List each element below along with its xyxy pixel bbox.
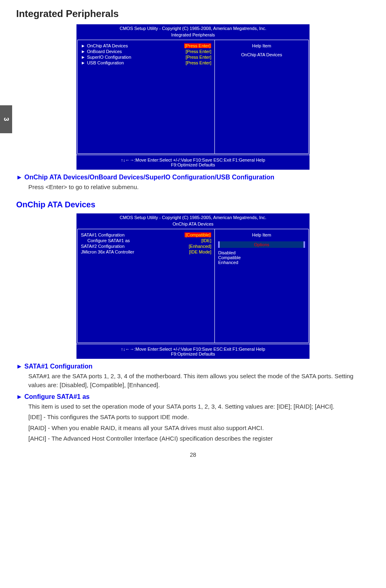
page-title: Integrated Peripherals xyxy=(16,8,370,19)
section-body: [AHCI] - The Advanced Host Controller In… xyxy=(28,434,370,443)
bios-title: CMOS Setup Utility - Copyright (C) 1985-… xyxy=(76,213,310,222)
bios-shortcut-line1: ↑↓←→:Move Enter:Select +/-/:Value F10:Sa… xyxy=(79,347,307,352)
section-body: SATA#1 are the SATA ports 1, 2, 3, 4 of … xyxy=(28,372,370,390)
option-item: Compatible xyxy=(218,255,305,260)
submenu-arrow-icon: ► xyxy=(81,60,85,65)
bios-footer: ↑↓←→:Move Enter:Select +/-/:Value F10:Sa… xyxy=(76,155,310,170)
menu-label: SuperIO Configuration xyxy=(87,55,131,60)
bios-menu-item: SATA#2 Configuration[Enhanced] xyxy=(81,244,211,249)
menu-value: [IDE] xyxy=(193,238,211,243)
bios-menu-list: SATA#1 Configuration[Compatible] Configu… xyxy=(78,229,215,343)
menu-label: OnChip ATA Devices xyxy=(87,43,128,48)
menu-value-highlighted: [Compatible] xyxy=(185,232,211,237)
menu-label: SATA#2 Configuration xyxy=(81,244,125,249)
bios-help-panel: Help Item Options Disabled Compatible En… xyxy=(215,229,308,343)
bios-menu-item: JMicron 36x ATA Controller[IDE Mode] xyxy=(81,249,211,254)
bios-footer: ↑↓←→:Move Enter:Select +/-/:Value F10:Sa… xyxy=(76,344,310,359)
bios-title: CMOS Setup Utility - Copyright (C) 1985-… xyxy=(76,24,310,32)
help-title: Help Item xyxy=(218,43,305,48)
section-body: Press <Enter> to go to relative submenu. xyxy=(28,183,370,192)
submenu-arrow-icon: ► xyxy=(81,55,85,60)
menu-label: SATA#1 Configuration xyxy=(81,232,125,237)
menu-value: [IDE Mode] xyxy=(181,249,211,254)
bios-subtitle: Integrated Peripherals xyxy=(76,32,310,39)
menu-label: Configure SATA#1 as xyxy=(87,238,130,243)
submenu-arrow-icon: ► xyxy=(81,49,85,54)
bios-menu-item: SATA#1 Configuration[Compatible] xyxy=(81,232,211,237)
menu-value-highlighted: [Press Enter] xyxy=(184,43,212,48)
option-item: Disabled xyxy=(218,250,305,255)
section-heading: ► Configure SATA#1 as xyxy=(16,393,370,401)
bios-menu-item: ►OnChip ATA Devices[Press Enter] xyxy=(81,43,211,48)
menu-label: JMicron 36x ATA Controller xyxy=(81,249,134,254)
bios-subtitle: OnChip ATA Devices xyxy=(76,222,310,228)
bios-screenshot-integrated-peripherals: CMOS Setup Utility - Copyright (C) 1985-… xyxy=(76,23,310,170)
subsection-title: OnChip ATA Devices xyxy=(16,200,370,209)
bios-shortcut-line2: F9:Optimized Defaults xyxy=(79,162,307,167)
page-number: 28 xyxy=(16,452,370,458)
menu-label: USB Configuration xyxy=(87,60,124,65)
bios-menu-item: ►OnBoard Devices[Press Enter] xyxy=(81,49,211,54)
option-item: Enhanced xyxy=(218,260,305,265)
section-heading: ► SATA#1 Configuration xyxy=(16,363,370,370)
chapter-tab: 3 xyxy=(0,105,12,133)
bios-menu-item: Configure SATA#1 as[IDE] xyxy=(81,238,211,243)
section-body: [RAID] - When you enable RAID, it means … xyxy=(28,424,370,433)
options-header: Options xyxy=(218,241,305,248)
menu-value: [Enhanced] xyxy=(181,244,212,249)
bios-screenshot-onchip-ata: CMOS Setup Utility - Copyright (C) 1985-… xyxy=(76,213,310,360)
bios-menu-item: ►USB Configuration[Press Enter] xyxy=(81,60,211,65)
submenu-arrow-icon: ► xyxy=(81,43,85,48)
help-text: OnChip ATA Devices xyxy=(218,52,305,57)
section-heading: ► OnChip ATA Devices/OnBoard Devices/Sup… xyxy=(16,174,370,181)
section-body: [IDE] - This configures the SATA ports t… xyxy=(28,413,370,422)
bios-help-panel: Help Item OnChip ATA Devices xyxy=(215,40,308,153)
menu-value: [Press Enter] xyxy=(178,49,212,54)
menu-label: OnBoard Devices xyxy=(87,49,122,54)
bios-menu-item: ►SuperIO Configuration[Press Enter] xyxy=(81,55,211,60)
menu-value: [Press Enter] xyxy=(178,55,212,60)
menu-value: [Press Enter] xyxy=(178,60,212,65)
section-body: This item is used to set the operation m… xyxy=(28,402,370,411)
bios-menu-list: ►OnChip ATA Devices[Press Enter] ►OnBoar… xyxy=(78,40,215,153)
bios-shortcut-line1: ↑↓←→:Move Enter:Select +/-/:Value F10:Sa… xyxy=(79,158,307,162)
bios-shortcut-line2: F9:Optimized Defaults xyxy=(79,352,307,356)
help-title: Help Item xyxy=(218,232,305,237)
